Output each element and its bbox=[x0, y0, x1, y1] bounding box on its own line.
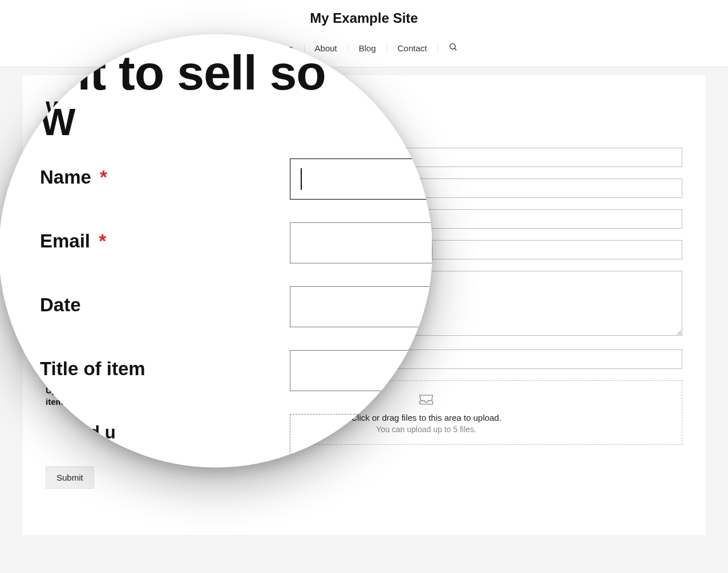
mag-name-input[interactable] bbox=[290, 159, 432, 200]
site-header: My Example Site Home About Blog Contact bbox=[0, 0, 728, 67]
mag-label-title: Title of item bbox=[40, 350, 290, 380]
magnifier-lens: nt to sell so W Name * Email * bbox=[0, 34, 432, 468]
mag-row-name: Name * bbox=[40, 159, 432, 200]
mag-label-date: Date bbox=[40, 286, 290, 316]
mag-required-mark: * bbox=[99, 230, 106, 251]
primary-nav: Home About Blog Contact bbox=[0, 36, 728, 59]
svg-line-1 bbox=[455, 48, 456, 50]
svg-point-0 bbox=[450, 44, 455, 49]
mag-email-input[interactable] bbox=[290, 222, 432, 263]
mag-row-date: Date bbox=[40, 286, 432, 327]
nav-about[interactable]: About bbox=[304, 38, 348, 59]
mag-row-email: Email * bbox=[40, 222, 432, 263]
nav-blog[interactable]: Blog bbox=[348, 38, 387, 59]
site-title: My Example Site bbox=[0, 7, 728, 36]
mag-required-mark: * bbox=[100, 166, 107, 188]
search-icon bbox=[448, 42, 458, 54]
text-caret-icon bbox=[301, 168, 302, 190]
mag-label-name-text: Name bbox=[40, 166, 91, 188]
mag-row-title: Title of item bbox=[40, 350, 432, 391]
mag-label-email: Email * bbox=[40, 222, 290, 252]
mag-date-input[interactable] bbox=[290, 286, 432, 327]
mag-label-email-text: Email bbox=[40, 230, 90, 251]
nav-contact[interactable]: Contact bbox=[387, 38, 438, 59]
mag-label-name: Name * bbox=[40, 159, 290, 188]
nav-search-button[interactable] bbox=[438, 36, 468, 59]
submit-button[interactable]: Submit bbox=[46, 466, 94, 489]
